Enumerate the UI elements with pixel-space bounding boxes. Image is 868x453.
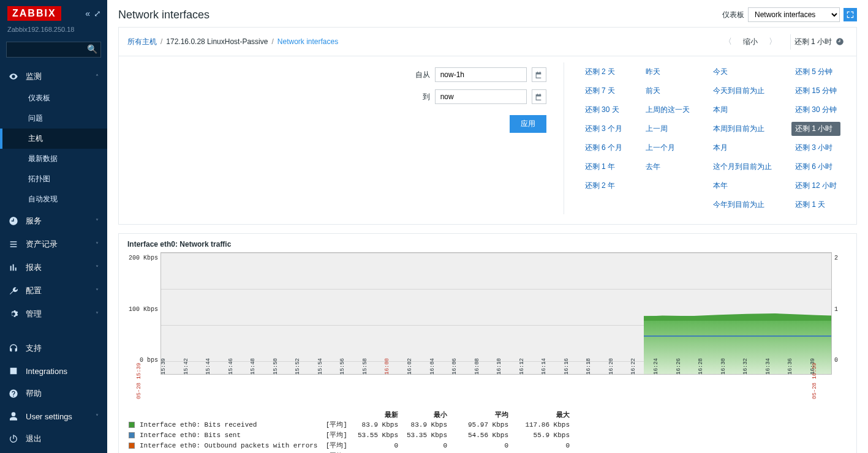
fullscreen-button[interactable] [843,8,857,21]
sidebar-section-label: 服务 [26,215,42,226]
legend-value: 53.55 Kbps [349,432,398,439]
time-preset[interactable]: 昨天 [642,65,693,79]
time-preset[interactable]: 还剩 6 小时 [791,160,840,174]
time-preset[interactable]: 本年 [709,179,776,193]
time-navigator: 〈 缩小 〉 还剩 1 小时 [720,34,848,50]
x-tick: 16:08 [474,370,496,375]
sidebar-section-services[interactable]: 服务 ˅ [0,209,107,233]
sidebar-item-logout[interactable]: 退出 [0,427,107,451]
to-input[interactable] [435,89,527,104]
zoom-out-button[interactable]: 缩小 [742,34,759,50]
x-tick: 15:56 [339,370,361,375]
sidebar-collapse-icon[interactable]: « [85,9,90,18]
time-preset[interactable]: 还剩 1 小时 [791,122,840,136]
sidebar: ZABBIX « ⤢ Zabbix192.168.250.18 🔍 监测 ˄ 仪… [0,0,107,453]
sidebar-section-admin[interactable]: 管理 ˅ [0,302,107,326]
time-preset[interactable]: 还剩 7 天 [581,84,626,98]
sidebar-section-reports[interactable]: 报表 ˅ [0,256,107,279]
x-tick: 16:30 [720,370,742,375]
chevron-down-icon: ˅ [96,241,99,248]
breadcrumb-text: 172.16.0.28 LinuxHost-Passive [166,37,268,46]
x-tick: 16:22 [630,370,652,375]
time-preset[interactable]: 还剩 12 小时 [791,179,840,193]
legend-value: 0 [447,442,508,449]
sidebar-expand-icon[interactable]: ⤢ [94,9,101,18]
time-preset[interactable]: 还剩 15 分钟 [791,84,840,98]
share-icon [9,366,18,376]
sidebar-item-integrations[interactable]: Integrations [0,360,107,382]
x-axis: 05-28 15:39 15:3915:4215:4415:4615:4815:… [160,375,815,397]
time-preset[interactable]: 今天 [709,65,776,79]
time-preset[interactable]: 前天 [642,84,693,98]
time-preset[interactable]: 上一个月 [642,141,693,155]
time-preset[interactable]: 还剩 3 小时 [791,141,840,155]
sidebar-section-label: 报表 [26,262,42,273]
time-preset[interactable]: 还剩 1 天 [791,198,840,212]
chevron-down-icon: ˅ [96,264,99,271]
sidebar-item-dashboard[interactable]: 仪表板 [0,88,107,108]
time-preset[interactable]: 还剩 2 天 [581,65,626,79]
time-preset[interactable]: 今天到目前为止 [709,84,776,98]
x-tick: 15:54 [317,370,339,375]
legend-row: Interface eth0: Bits sent [平均]53.55 Kbps… [129,430,849,440]
sidebar-section-label: 资产记录 [26,239,58,250]
time-preset[interactable]: 去年 [642,160,693,174]
sidebar-item-maps[interactable]: 拓扑图 [0,169,107,189]
sidebar-item-latest[interactable]: 最新数据 [0,149,107,169]
graph-title: Interface eth0: Network traffic [127,240,849,249]
page-header: Network interfaces 仪表板 Network interface… [107,0,868,27]
legend-value: 0 [398,442,447,449]
to-calendar-button[interactable] [532,89,546,104]
current-range[interactable]: 还剩 1 小时 [790,34,848,50]
breadcrumb: 所有主机 / 172.16.0.28 LinuxHost-Passive / N… [127,37,338,47]
from-calendar-button[interactable] [532,67,546,82]
time-preset[interactable]: 还剩 5 分钟 [791,65,840,79]
sidebar-item-usersettings[interactable]: User settings ˅ [0,405,107,427]
sidebar-item-label: 自动发现 [28,194,58,204]
time-preset[interactable]: 还剩 2 年 [581,179,626,193]
time-next-button[interactable]: 〉 [765,34,780,50]
to-label: 到 [423,92,430,102]
sidebar-item-discovery[interactable]: 自动发现 [0,189,107,209]
sidebar-item-problems[interactable]: 问题 [0,108,107,129]
time-prev-button[interactable]: 〈 [720,34,736,50]
legend-name: Interface eth0: Outbound packets with er… [137,441,349,450]
y-axis-left: 200 Kbps 100 Kbps 0 bps [126,252,160,375]
time-preset[interactable]: 本周 [709,103,776,117]
time-preset[interactable]: 还剩 6 个月 [581,141,626,155]
time-preset[interactable]: 这个月到目前为止 [709,160,776,174]
time-preset[interactable]: 还剩 1 年 [581,160,626,174]
time-preset[interactable]: 还剩 30 天 [581,103,626,117]
legend-value: 83.9 Kbps [349,421,398,429]
time-preset[interactable]: 上周的这一天 [642,103,693,117]
sidebar-item-support[interactable]: 支持 [0,337,107,360]
breadcrumb-bar: 所有主机 / 172.16.0.28 LinuxHost-Passive / N… [118,27,857,56]
sidebar-item-hosts[interactable]: 主机 [0,129,107,149]
sidebar-menu: 监测 ˄ 仪表板 问题 主机 最新数据 拓扑图 自动发现 服务 ˅ 资产记录 ˅… [0,64,107,337]
time-preset[interactable]: 本月 [709,141,776,155]
main: Network interfaces 仪表板 Network interface… [107,0,868,453]
sidebar-item-label: 问题 [28,113,43,124]
time-preset[interactable]: 今年到目前为止 [709,198,776,212]
sidebar-section-monitoring[interactable]: 监测 ˄ [0,65,107,88]
sidebar-item-help[interactable]: 帮助 [0,382,107,405]
time-preset[interactable]: 本周到目前为止 [709,122,776,136]
calendar-icon [535,71,543,79]
apply-button[interactable]: 应用 [510,115,546,133]
sidebar-section-config[interactable]: 配置 ˅ [0,279,107,302]
from-input[interactable] [435,67,527,82]
calendar-icon [535,93,543,101]
breadcrumb-link[interactable]: 所有主机 [127,37,157,47]
breadcrumb-current[interactable]: Network interfaces [277,37,338,46]
x-tick: 16:36 [787,370,809,375]
x-tick: 16:18 [586,370,608,375]
time-preset[interactable]: 还剩 3 个月 [581,122,626,136]
dashboard-select[interactable]: Network interfaces [748,7,840,22]
graph-card: Interface eth0: Network traffic 200 Kbps… [118,233,857,453]
time-preset[interactable]: 上一周 [642,122,693,136]
ytick: 100 Kbps [126,306,158,313]
search-icon[interactable]: 🔍 [87,44,97,54]
sidebar-section-inventory[interactable]: 资产记录 ˅ [0,233,107,256]
plot-area[interactable] [160,252,832,375]
time-preset[interactable]: 还剩 30 分钟 [791,103,840,117]
